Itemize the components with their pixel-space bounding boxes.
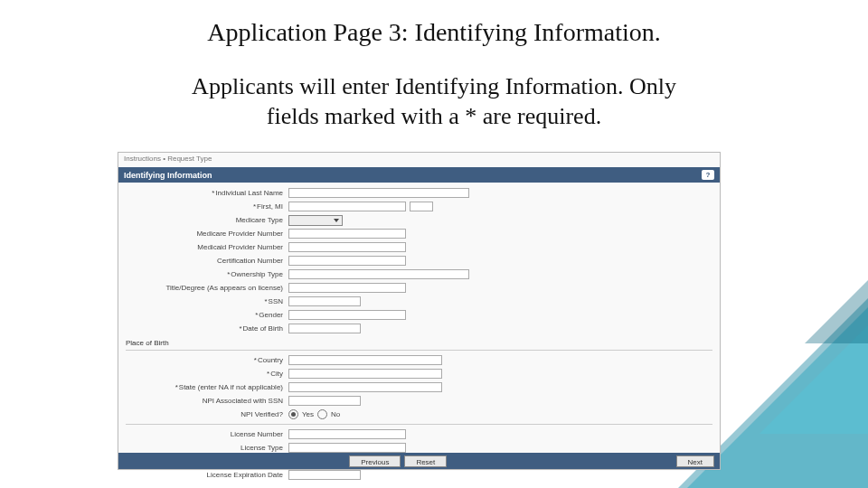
page-title: Application Page 3: Identifying Informat… bbox=[0, 18, 868, 47]
radio-no-label: No bbox=[331, 410, 340, 418]
radio-yes[interactable] bbox=[288, 409, 298, 419]
input-cert-num[interactable] bbox=[288, 256, 406, 266]
radio-yes-label: Yes bbox=[302, 410, 314, 418]
divider bbox=[126, 424, 712, 425]
panel-footer: Previous Reset Next bbox=[118, 453, 720, 469]
label-state: State (enter NA if not applicable) bbox=[118, 383, 288, 391]
input-ownership[interactable] bbox=[288, 269, 469, 279]
input-ssn[interactable] bbox=[288, 296, 361, 306]
label-ownership: Ownership Type bbox=[118, 270, 288, 278]
previous-button[interactable]: Previous bbox=[349, 455, 401, 467]
label-last-name: Individual Last Name bbox=[118, 189, 288, 197]
label-city: City bbox=[118, 370, 288, 378]
label-first-mi: First, MI bbox=[118, 202, 288, 211]
input-title-degree[interactable] bbox=[288, 283, 406, 293]
input-medicare-num[interactable] bbox=[288, 229, 406, 239]
radio-group-npi-verified: Yes No bbox=[288, 409, 340, 419]
decoration-triangle bbox=[805, 262, 868, 343]
input-gender[interactable] bbox=[288, 310, 406, 320]
input-last-name[interactable] bbox=[288, 188, 469, 198]
breadcrumb: Instructions • Request Type bbox=[118, 153, 720, 167]
panel-header: Identifying Information ? bbox=[118, 167, 720, 183]
label-title-degree: Title/Degree (As appears on license) bbox=[118, 284, 288, 292]
input-first[interactable] bbox=[288, 202, 406, 211]
label-cert-num: Certification Number bbox=[118, 257, 288, 265]
radio-no[interactable] bbox=[317, 409, 327, 419]
next-button[interactable]: Next bbox=[676, 455, 714, 467]
section-place-of-birth: Place of Birth bbox=[118, 335, 720, 347]
input-license-type[interactable] bbox=[288, 443, 406, 453]
label-gender: Gender bbox=[118, 311, 288, 319]
page-subtitle: Applicants will enter Identifying Inform… bbox=[0, 72, 868, 131]
select-medicare-type[interactable] bbox=[288, 215, 343, 226]
label-medicaid-num: Medicaid Provider Number bbox=[118, 243, 288, 251]
input-dob[interactable] bbox=[288, 324, 361, 333]
form-screenshot: Instructions • Request Type Identifying … bbox=[118, 152, 721, 470]
help-icon[interactable]: ? bbox=[702, 170, 714, 180]
slide: Application Page 3: Identifying Informat… bbox=[0, 0, 868, 488]
label-npi-verified: NPI Verified? bbox=[118, 410, 288, 418]
label-license-exp: License Expiration Date bbox=[118, 471, 288, 479]
label-license-num: License Number bbox=[118, 430, 288, 438]
input-medicaid-num[interactable] bbox=[288, 242, 406, 252]
label-country: Country bbox=[118, 356, 288, 364]
input-license-exp[interactable] bbox=[288, 470, 361, 480]
input-state[interactable] bbox=[288, 382, 442, 392]
label-medicare-num: Medicare Provider Number bbox=[118, 230, 288, 238]
panel-title: Identifying Information bbox=[124, 171, 212, 180]
input-license-num[interactable] bbox=[288, 429, 406, 439]
divider bbox=[126, 350, 712, 351]
label-npi-ssn: NPI Associated with SSN bbox=[118, 397, 288, 405]
input-city[interactable] bbox=[288, 369, 442, 379]
input-npi-ssn[interactable] bbox=[288, 396, 361, 406]
input-country[interactable] bbox=[288, 355, 442, 365]
input-mi[interactable] bbox=[410, 202, 433, 211]
label-medicare-type: Medicare Type bbox=[118, 216, 288, 224]
form-area: Individual Last Name First, MI Medicare … bbox=[118, 183, 720, 482]
label-ssn: SSN bbox=[118, 297, 288, 305]
reset-button[interactable]: Reset bbox=[404, 455, 447, 467]
label-dob: Date of Birth bbox=[118, 324, 288, 333]
label-license-type: License Type bbox=[118, 444, 288, 452]
